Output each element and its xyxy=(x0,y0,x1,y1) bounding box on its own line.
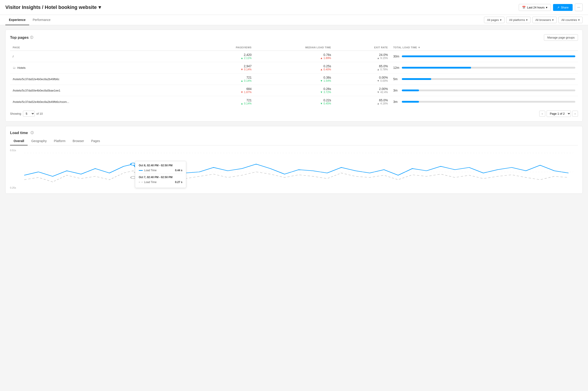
more-label: ··· xyxy=(577,5,580,9)
cell-pageviews: 721 ▲ 0.14% xyxy=(180,74,254,85)
lt-tab-pages[interactable]: Pages xyxy=(88,137,103,145)
tooltip-val1: 0.44 s xyxy=(175,169,183,172)
bar-fill xyxy=(402,101,419,103)
top-pages-info-icon[interactable]: ⓘ xyxy=(30,36,33,40)
tooltip-row1: Load Time 0.44 s xyxy=(139,169,183,172)
page-path[interactable]: /hotels/5c37da52e4b0ec8a2b49fb6c/room... xyxy=(13,100,69,103)
total-load-label: 12m xyxy=(393,66,399,70)
lt-tab-overall[interactable]: Overall xyxy=(10,137,28,145)
manage-page-groups-button[interactable]: Manage page groups xyxy=(544,34,578,41)
bar-track xyxy=(402,101,576,103)
table-row: / 2,420 ▲ 2.11%0.76s ▲ 1.89%24.0% ▲ 9.15… xyxy=(10,51,578,62)
tooltip-label1: Load Time xyxy=(139,169,157,172)
calendar-icon: 📅 xyxy=(522,6,526,9)
table-row: 🗂 Hotels 2,947 ▼ 0.14%0.25s ▲ 0.40%65.0%… xyxy=(10,62,578,74)
load-time-main: 0.26s xyxy=(257,87,331,91)
exit-rate-main: 24.0% xyxy=(337,53,388,57)
nav-tabs-left: Experience Performance xyxy=(5,15,54,25)
col-total-load[interactable]: TOTAL LOAD TIME ▼ xyxy=(391,44,578,51)
title-dropdown-arrow[interactable]: ▾ xyxy=(98,4,101,10)
pagination-right: ‹ Page 1 of 2 Page 2 of 2 › xyxy=(539,110,578,117)
load-time-change: ▲ 1.89% xyxy=(257,57,331,60)
cell-total-load-time: 12m xyxy=(391,62,578,74)
chart-area: 0.51s 0.25s Oct 8, 02:40 PM - 02:50 PM xyxy=(10,149,578,189)
nav-tabs-right: All pages ▾ All platforms ▾ All browsers… xyxy=(484,17,583,23)
cell-pageviews: 2,420 ▲ 2.11% xyxy=(180,51,254,62)
exit-rate-change: ▼ 42.4% xyxy=(337,91,388,94)
cell-load-time: 0.25s ▲ 0.40% xyxy=(254,62,334,74)
table-header: PAGE PAGEVIEWS MEDIAN LOAD TIME EXIT RAT… xyxy=(10,44,578,51)
filter-all-pages[interactable]: All pages ▾ xyxy=(484,17,504,23)
svg-point-0 xyxy=(131,163,135,165)
total-load-label: 5m xyxy=(393,77,399,81)
lt-tab-browser[interactable]: Browser xyxy=(69,137,88,145)
main-content: Top pages ⓘ Manage page groups PAGE PAGE… xyxy=(0,25,588,203)
pageviews-change: ▼ 1.87% xyxy=(183,91,252,94)
total-load-label: 30m xyxy=(393,55,399,58)
bar-fill xyxy=(402,90,419,91)
bar-fill xyxy=(402,67,471,69)
page-path[interactable]: /hotels/5c37da50e4b0ec8a5bae1ee1 xyxy=(13,89,60,92)
showing-select[interactable]: 5 10 25 xyxy=(23,111,35,117)
load-time-tabs: Overall Geography Platform Browser Pages xyxy=(10,137,578,145)
page-select[interactable]: Page 1 of 2 Page 2 of 2 xyxy=(547,110,571,117)
load-time-chart xyxy=(10,151,578,191)
tooltip-val2: 0.27 s xyxy=(175,181,183,184)
lt-tab-geography[interactable]: Geography xyxy=(28,137,50,145)
share-button[interactable]: ↗ Share xyxy=(553,4,573,11)
page-title: Visitor Insights / Hotel booking website… xyxy=(5,4,101,10)
page-path[interactable]: / xyxy=(13,55,13,58)
cell-pageviews: 684 ▼ 1.87% xyxy=(180,85,254,96)
cell-exit-rate: 65.0% ▲ 4.16% xyxy=(334,96,391,107)
lt-tab-platform[interactable]: Platform xyxy=(50,137,69,145)
tab-performance[interactable]: Performance xyxy=(29,15,54,25)
cell-total-load-time: 3m xyxy=(391,85,578,96)
last24-label: Last 24 hours xyxy=(527,6,545,9)
load-time-change: ▼ 0.45% xyxy=(257,102,331,105)
cell-page: /hotels/5c37da52e4b0ec8a2b49fb6c xyxy=(10,74,180,85)
chevron-down-icon: ▾ xyxy=(546,6,547,9)
cell-load-time: 0.22s ▼ 0.45% xyxy=(254,96,334,107)
page-path[interactable]: /hotels/5c37da52e4b0ec8a2b49fb6c xyxy=(13,78,59,81)
pageviews-main: 2,947 xyxy=(183,64,252,68)
tooltip-row2: Load Time 0.27 s xyxy=(139,181,183,184)
tooltip-title2: Oct 7, 02:40 PM - 02:50 PM xyxy=(139,176,183,179)
pageviews-main: 684 xyxy=(183,87,252,91)
exit-rate-main: 0.00% xyxy=(337,76,388,79)
exit-rate-change: ▲ 9.15% xyxy=(337,57,388,60)
folder-icon: 🗂 xyxy=(13,66,16,70)
cell-total-load-time: 30m xyxy=(391,51,578,62)
prev-page-button[interactable]: ‹ xyxy=(539,111,545,117)
load-time-info-icon[interactable]: ⓘ xyxy=(30,131,34,135)
svg-point-1 xyxy=(131,176,135,179)
cell-exit-rate: 0.00% ▼ 0.00% xyxy=(334,74,391,85)
last24-button[interactable]: 📅 Last 24 hours ▾ xyxy=(519,4,551,11)
chevron-down-countries: ▾ xyxy=(578,18,580,22)
chevron-down-browsers: ▾ xyxy=(552,18,554,22)
pageviews-change: ▲ 0.14% xyxy=(183,79,252,82)
tooltip-divider xyxy=(139,174,183,174)
tooltip-blue-line xyxy=(139,170,143,171)
filter-all-countries[interactable]: All countries ▾ xyxy=(558,17,583,23)
cell-exit-rate: 65.0% ▲ 0.78% xyxy=(334,62,391,74)
load-time-main: 0.76s xyxy=(257,53,331,57)
cell-page: / xyxy=(10,51,180,62)
next-page-button[interactable]: › xyxy=(572,111,578,117)
filter-all-browsers[interactable]: All browsers ▾ xyxy=(532,17,557,23)
pageviews-main: 721 xyxy=(183,98,252,102)
page-path[interactable]: Hotels xyxy=(17,66,26,70)
col-exit-rate: EXIT RATE xyxy=(334,44,391,51)
cell-exit-rate: 2.00% ▼ 42.4% xyxy=(334,85,391,96)
tooltip-label2: Load Time xyxy=(139,181,157,184)
chart-y-top-label: 0.51s xyxy=(10,149,16,152)
tab-experience[interactable]: Experience xyxy=(5,15,29,25)
filter-all-platforms[interactable]: All platforms ▾ xyxy=(506,17,531,23)
filter-pages-label: All pages xyxy=(487,18,499,22)
top-pages-table: PAGE PAGEVIEWS MEDIAN LOAD TIME EXIT RAT… xyxy=(10,44,578,107)
bar-with-label: 5m xyxy=(393,77,576,81)
pageviews-change: ▲ 2.11% xyxy=(183,57,252,60)
cell-load-time: 0.38s ▼ 1.54% xyxy=(254,74,334,85)
bar-track xyxy=(402,90,576,91)
more-button[interactable]: ··· xyxy=(575,3,583,11)
table-body: / 2,420 ▲ 2.11%0.76s ▲ 1.89%24.0% ▲ 9.15… xyxy=(10,51,578,107)
